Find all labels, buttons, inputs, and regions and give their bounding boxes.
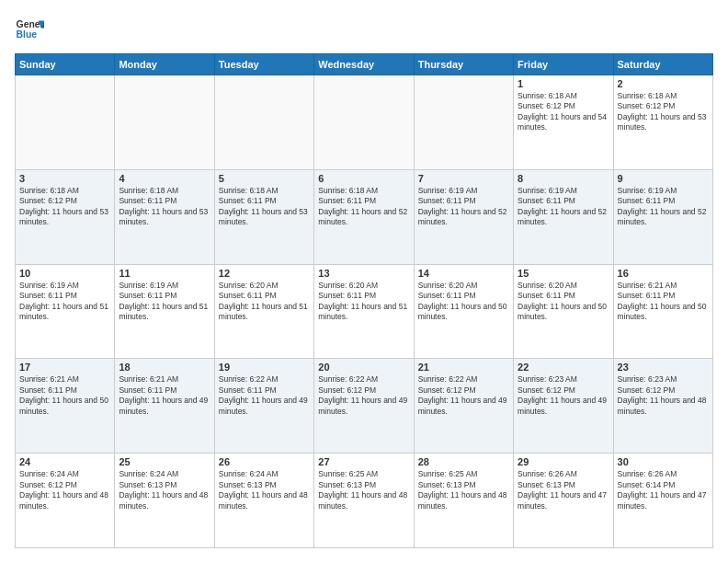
cell-details: Sunrise: 6:26 AMSunset: 6:13 PMDaylight:… [518, 469, 609, 511]
cell-details: Sunrise: 6:19 AMSunset: 6:11 PMDaylight:… [19, 281, 110, 323]
calendar-cell: 24Sunrise: 6:24 AMSunset: 6:12 PMDayligh… [16, 454, 115, 548]
day-number: 30 [618, 456, 709, 467]
weekday-wednesday: Wednesday [314, 54, 414, 75]
day-number: 22 [518, 362, 609, 373]
cell-details: Sunrise: 6:23 AMSunset: 6:12 PMDaylight:… [518, 374, 609, 417]
day-number: 10 [19, 268, 110, 279]
weekday-friday: Friday [514, 54, 613, 75]
calendar-cell [16, 75, 115, 170]
calendar-cell: 7Sunrise: 6:19 AMSunset: 6:11 PMDaylight… [414, 169, 513, 264]
week-row-5: 24Sunrise: 6:24 AMSunset: 6:12 PMDayligh… [16, 454, 713, 548]
calendar-cell: 19Sunrise: 6:22 AMSunset: 6:11 PMDayligh… [214, 359, 313, 454]
day-number: 4 [119, 173, 210, 184]
cell-details: Sunrise: 6:19 AMSunset: 6:11 PMDaylight:… [618, 186, 709, 228]
weekday-header-row: SundayMondayTuesdayWednesdayThursdayFrid… [16, 54, 713, 75]
cell-details: Sunrise: 6:20 AMSunset: 6:11 PMDaylight:… [219, 281, 310, 323]
day-number: 21 [418, 362, 509, 373]
calendar-cell: 3Sunrise: 6:18 AMSunset: 6:12 PMDaylight… [16, 169, 115, 264]
day-number: 24 [19, 456, 110, 467]
calendar-cell: 23Sunrise: 6:23 AMSunset: 6:12 PMDayligh… [613, 359, 712, 454]
cell-details: Sunrise: 6:25 AMSunset: 6:13 PMDaylight:… [318, 469, 409, 511]
header: General Blue [15, 15, 713, 44]
cell-details: Sunrise: 6:22 AMSunset: 6:12 PMDaylight:… [318, 374, 409, 417]
cell-details: Sunrise: 6:20 AMSunset: 6:11 PMDaylight:… [518, 281, 609, 323]
cell-details: Sunrise: 6:19 AMSunset: 6:11 PMDaylight:… [518, 186, 609, 228]
calendar-cell: 17Sunrise: 6:21 AMSunset: 6:11 PMDayligh… [16, 359, 115, 454]
logo: General Blue [15, 15, 44, 44]
cell-details: Sunrise: 6:18 AMSunset: 6:12 PMDaylight:… [618, 91, 709, 133]
week-row-4: 17Sunrise: 6:21 AMSunset: 6:11 PMDayligh… [16, 359, 713, 454]
calendar-cell: 16Sunrise: 6:21 AMSunset: 6:11 PMDayligh… [613, 264, 712, 359]
calendar-cell: 1Sunrise: 6:18 AMSunset: 6:12 PMDaylight… [514, 75, 613, 170]
calendar-cell: 22Sunrise: 6:23 AMSunset: 6:12 PMDayligh… [514, 359, 613, 454]
calendar-cell: 27Sunrise: 6:25 AMSunset: 6:13 PMDayligh… [314, 454, 414, 548]
cell-details: Sunrise: 6:21 AMSunset: 6:11 PMDaylight:… [618, 281, 709, 323]
day-number: 12 [219, 268, 310, 279]
day-number: 27 [318, 456, 409, 467]
calendar-cell [314, 75, 414, 170]
calendar-cell: 28Sunrise: 6:25 AMSunset: 6:13 PMDayligh… [414, 454, 513, 548]
cell-details: Sunrise: 6:18 AMSunset: 6:12 PMDaylight:… [518, 91, 609, 133]
calendar-cell [414, 75, 513, 170]
cell-details: Sunrise: 6:24 AMSunset: 6:12 PMDaylight:… [19, 469, 110, 511]
day-number: 14 [418, 268, 509, 279]
day-number: 23 [618, 362, 709, 373]
day-number: 3 [19, 173, 110, 184]
calendar-cell: 29Sunrise: 6:26 AMSunset: 6:13 PMDayligh… [514, 454, 613, 548]
svg-text:Blue: Blue [17, 29, 38, 40]
day-number: 26 [219, 456, 310, 467]
calendar-cell: 9Sunrise: 6:19 AMSunset: 6:11 PMDaylight… [613, 169, 712, 264]
cell-details: Sunrise: 6:23 AMSunset: 6:12 PMDaylight:… [618, 374, 709, 417]
calendar-cell: 15Sunrise: 6:20 AMSunset: 6:11 PMDayligh… [514, 264, 613, 359]
week-row-1: 1Sunrise: 6:18 AMSunset: 6:12 PMDaylight… [16, 75, 713, 170]
day-number: 15 [518, 268, 609, 279]
weekday-monday: Monday [115, 54, 214, 75]
day-number: 16 [618, 268, 709, 279]
day-number: 19 [219, 362, 310, 373]
cell-details: Sunrise: 6:22 AMSunset: 6:11 PMDaylight:… [219, 374, 310, 417]
weekday-tuesday: Tuesday [214, 54, 313, 75]
calendar-cell: 4Sunrise: 6:18 AMSunset: 6:11 PMDaylight… [115, 169, 214, 264]
cell-details: Sunrise: 6:18 AMSunset: 6:11 PMDaylight:… [318, 186, 409, 228]
cell-details: Sunrise: 6:24 AMSunset: 6:13 PMDaylight:… [119, 469, 210, 511]
day-number: 29 [518, 456, 609, 467]
weekday-sunday: Sunday [16, 54, 115, 75]
calendar-cell: 8Sunrise: 6:19 AMSunset: 6:11 PMDaylight… [514, 169, 613, 264]
cell-details: Sunrise: 6:26 AMSunset: 6:14 PMDaylight:… [618, 469, 709, 511]
cell-details: Sunrise: 6:20 AMSunset: 6:11 PMDaylight:… [318, 281, 409, 323]
calendar-cell: 25Sunrise: 6:24 AMSunset: 6:13 PMDayligh… [115, 454, 214, 548]
week-row-2: 3Sunrise: 6:18 AMSunset: 6:12 PMDaylight… [16, 169, 713, 264]
cell-details: Sunrise: 6:18 AMSunset: 6:11 PMDaylight:… [219, 186, 310, 228]
day-number: 2 [618, 78, 709, 89]
day-number: 1 [518, 78, 609, 89]
day-number: 9 [618, 173, 709, 184]
cell-details: Sunrise: 6:22 AMSunset: 6:12 PMDaylight:… [418, 374, 509, 417]
weekday-saturday: Saturday [613, 54, 712, 75]
day-number: 17 [19, 362, 110, 373]
day-number: 20 [318, 362, 409, 373]
calendar-cell: 21Sunrise: 6:22 AMSunset: 6:12 PMDayligh… [414, 359, 513, 454]
calendar-cell: 5Sunrise: 6:18 AMSunset: 6:11 PMDaylight… [214, 169, 313, 264]
calendar-table: SundayMondayTuesdayWednesdayThursdayFrid… [15, 53, 713, 548]
day-number: 25 [119, 456, 210, 467]
cell-details: Sunrise: 6:18 AMSunset: 6:11 PMDaylight:… [119, 186, 210, 228]
calendar-cell [214, 75, 313, 170]
cell-details: Sunrise: 6:21 AMSunset: 6:11 PMDaylight:… [119, 374, 210, 417]
week-row-3: 10Sunrise: 6:19 AMSunset: 6:11 PMDayligh… [16, 264, 713, 359]
weekday-thursday: Thursday [414, 54, 513, 75]
calendar-cell: 6Sunrise: 6:18 AMSunset: 6:11 PMDaylight… [314, 169, 414, 264]
day-number: 28 [418, 456, 509, 467]
calendar-cell: 2Sunrise: 6:18 AMSunset: 6:12 PMDaylight… [613, 75, 712, 170]
day-number: 5 [219, 173, 310, 184]
cell-details: Sunrise: 6:19 AMSunset: 6:11 PMDaylight:… [119, 281, 210, 323]
cell-details: Sunrise: 6:19 AMSunset: 6:11 PMDaylight:… [418, 186, 509, 228]
calendar-cell: 14Sunrise: 6:20 AMSunset: 6:11 PMDayligh… [414, 264, 513, 359]
calendar-cell: 20Sunrise: 6:22 AMSunset: 6:12 PMDayligh… [314, 359, 414, 454]
calendar-cell: 12Sunrise: 6:20 AMSunset: 6:11 PMDayligh… [214, 264, 313, 359]
cell-details: Sunrise: 6:24 AMSunset: 6:13 PMDaylight:… [219, 469, 310, 511]
cell-details: Sunrise: 6:21 AMSunset: 6:11 PMDaylight:… [19, 374, 110, 417]
page: General Blue SundayMondayTuesdayWednesda… [0, 0, 728, 563]
day-number: 13 [318, 268, 409, 279]
calendar-cell: 10Sunrise: 6:19 AMSunset: 6:11 PMDayligh… [16, 264, 115, 359]
cell-details: Sunrise: 6:20 AMSunset: 6:11 PMDaylight:… [418, 281, 509, 323]
